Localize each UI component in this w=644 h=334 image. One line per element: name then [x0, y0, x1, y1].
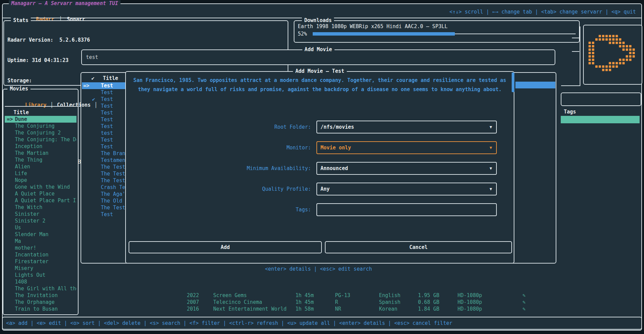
- movie-title: Gone with the Wind: [15, 184, 70, 190]
- results-keybind-help: <enter> details | <esc> edit search: [81, 266, 556, 272]
- tab-collections[interactable]: Collections: [57, 102, 90, 108]
- movie-list-item[interactable]: mother!: [5, 245, 76, 251]
- right-panel-line: [572, 51, 579, 52]
- result-list-item[interactable]: Crash Te: [82, 184, 125, 191]
- movie-title: The Martian: [15, 150, 48, 156]
- movie-list-item[interactable]: Us: [5, 224, 76, 231]
- app-title: Managarr – A Servarr management TUI: [9, 0, 120, 6]
- result-list-item[interactable]: Test: [82, 137, 125, 143]
- results-title-header[interactable]: Title: [103, 75, 118, 82]
- result-title: The Test: [101, 177, 125, 184]
- result-title: Test: [101, 211, 113, 218]
- cancel-button[interactable]: Cancel: [325, 241, 512, 253]
- search-input[interactable]: test: [86, 54, 98, 61]
- cell-rating: PG-13: [335, 292, 350, 299]
- tags-column-header: Tags: [564, 108, 576, 115]
- table-row[interactable]: 2016Next Entertainment World1h 58mNRKore…: [0, 306, 644, 312]
- selected-row-prefix: =>: [83, 82, 89, 89]
- movie-list-item[interactable]: Lights Out: [5, 272, 76, 278]
- movie-title: Ma: [15, 238, 21, 245]
- movie-list-item[interactable]: The Girl with All the: [5, 285, 76, 292]
- movie-title: Us: [15, 224, 21, 231]
- movie-title: mother!: [15, 245, 36, 251]
- result-list-item[interactable]: The Test: [82, 177, 125, 184]
- result-list-item[interactable]: The Aga': [82, 191, 125, 197]
- cell-size: 1.95 GB: [418, 292, 439, 299]
- result-list-item[interactable]: test: [82, 130, 125, 137]
- cell-runtime: 1h 45m: [295, 299, 314, 306]
- cell-rating: NR: [335, 306, 341, 312]
- result-list-item[interactable]: The Test: [82, 204, 125, 211]
- movie-list-item[interactable]: Sinister: [5, 211, 76, 217]
- movie-list-item[interactable]: =>Dune: [5, 116, 76, 123]
- add-button[interactable]: Add: [129, 241, 322, 253]
- stat-storage-label: Storage:: [7, 77, 90, 84]
- movie-title: A Quiet Place Part II: [15, 197, 76, 204]
- movie-list-item[interactable]: Inception: [5, 143, 76, 150]
- result-list-item[interactable]: Test: [82, 109, 125, 116]
- result-list-item[interactable]: The Test: [82, 170, 125, 177]
- result-list-item[interactable]: The Old: [82, 197, 125, 204]
- result-title: The Aga': [101, 191, 125, 197]
- result-title: test: [101, 130, 113, 137]
- result-list-item[interactable]: Test: [82, 211, 125, 218]
- field-select[interactable]: Movie only▼: [316, 141, 497, 154]
- movie-list-item[interactable]: The Conjuring: [5, 123, 76, 129]
- movie-title: Dune: [15, 116, 27, 123]
- movies-title-header[interactable]: Title: [14, 109, 29, 116]
- result-list-item[interactable]: The Test: [82, 164, 125, 170]
- movie-title: Misery: [15, 265, 33, 272]
- movie-list-item[interactable]: A Quiet Place: [5, 190, 76, 197]
- movie-list-item[interactable]: Alien: [5, 163, 76, 170]
- field-select[interactable]: Any▼: [316, 183, 497, 195]
- selected-result-row-fragment[interactable]: [515, 82, 555, 88]
- overview-scrollbar[interactable]: [512, 72, 514, 92]
- movie-list-item[interactable]: The Witch: [5, 204, 76, 211]
- field-input[interactable]: [316, 203, 497, 216]
- result-title: Test: [101, 103, 113, 109]
- movie-list-item[interactable]: Misery: [5, 265, 76, 272]
- field-label: Monitor:: [126, 141, 311, 154]
- cell-size: 0.68 GB: [418, 299, 439, 306]
- movie-title: Nope: [15, 177, 27, 184]
- movie-list-item[interactable]: 1408: [5, 278, 76, 285]
- result-title: Test: [101, 143, 113, 150]
- movie-list-item[interactable]: The Conjuring 2: [5, 129, 76, 136]
- result-list-item[interactable]: =>Test: [82, 82, 125, 89]
- right-panel-border: [580, 26, 580, 86]
- movie-list-item[interactable]: Ma: [5, 238, 76, 245]
- add-movie-search-title: Add Movie: [302, 46, 334, 53]
- selected-tag-row[interactable]: [561, 116, 640, 123]
- movie-list-item[interactable]: Incantation: [5, 251, 76, 258]
- movie-title: Firestarter: [15, 258, 48, 265]
- field-value: Movie only: [320, 142, 351, 153]
- movie-list-item[interactable]: Life: [5, 170, 76, 177]
- field-select[interactable]: Announced▼: [316, 162, 497, 175]
- chevron-down-icon: ▼: [490, 121, 492, 133]
- movie-list-item[interactable]: Nope: [5, 177, 76, 184]
- movies-list: =>DuneThe ConjuringThe Conjuring 2The Co…: [3, 116, 78, 314]
- modal-title: Add Movie – Test: [293, 68, 347, 74]
- movie-list-item[interactable]: The Conjuring: The De: [5, 136, 76, 143]
- movie-list-item[interactable]: A Quiet Place Part II: [5, 197, 76, 204]
- movie-list-item[interactable]: Firestarter: [5, 258, 76, 265]
- download-item: Earth 1998 1080p WEBRip x265 Hindi AAC2.…: [298, 23, 448, 30]
- table-row[interactable]: 2022Screen Gems1h 45mPG-13English1.95 GB…: [0, 292, 644, 299]
- result-list-item[interactable]: Testamen: [82, 157, 125, 164]
- field-select[interactable]: /nfs/movies▼: [316, 121, 497, 133]
- result-list-item[interactable]: The Bran: [82, 150, 125, 157]
- tab-library[interactable]: Library: [25, 102, 46, 108]
- result-title: The Test: [101, 204, 125, 211]
- table-row[interactable]: 2007Telecinco Cinema1h 45mRSpanish0.68 G…: [0, 299, 644, 306]
- movie-list-item[interactable]: Slender Man: [5, 231, 76, 238]
- movie-list-item[interactable]: The Thing: [5, 156, 76, 163]
- logo-panel: [583, 25, 642, 85]
- tab-separator: │: [91, 102, 97, 108]
- movie-list-item[interactable]: Gone with the Wind: [5, 184, 76, 190]
- movie-list-item[interactable]: Sinister 2: [5, 217, 76, 224]
- result-list-item[interactable]: Test: [82, 116, 125, 123]
- cell-studio: Telecinco Cinema: [213, 299, 262, 306]
- result-list-item[interactable]: Test: [82, 143, 125, 150]
- movie-list-item[interactable]: The Martian: [5, 150, 76, 156]
- result-list-item[interactable]: Test: [82, 123, 125, 130]
